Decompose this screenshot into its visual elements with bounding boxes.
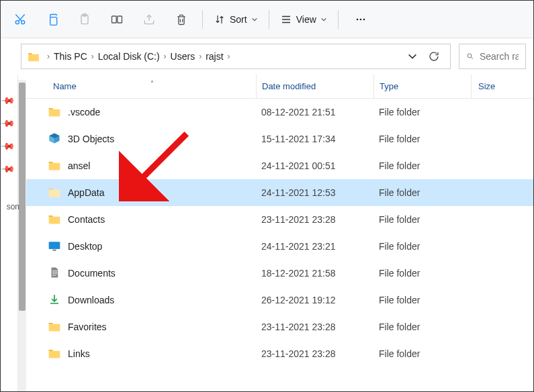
delete-button[interactable]: [166, 6, 197, 33]
file-type: File folder: [373, 160, 471, 171]
file-icon: [48, 213, 61, 227]
file-date: 15-11-2021 17:34: [256, 134, 373, 144]
svg-point-0: [15, 20, 19, 23]
file-name-cell: .vscode: [48, 105, 256, 119]
file-date: 08-12-2021 21:51: [256, 107, 373, 117]
column-headers: ˄ Name Date modified Type Size: [26, 75, 533, 99]
svg-rect-6: [118, 16, 122, 23]
chevron-right-icon[interactable]: ›: [163, 52, 168, 61]
column-type[interactable]: Type: [373, 75, 471, 98]
file-name: Links: [68, 348, 90, 359]
crumb-users[interactable]: Users: [168, 51, 198, 62]
file-name-cell: Favorites: [48, 320, 256, 334]
file-row[interactable]: Documents18-12-2021 21:58File folder: [26, 260, 533, 287]
file-name: Favorites: [68, 322, 107, 332]
file-name: 3D Objects: [68, 134, 114, 144]
refresh-button[interactable]: [423, 50, 445, 62]
nav-sidebar[interactable]: 📌 📌 📌 📌 son: [1, 75, 18, 391]
file-type: File folder: [373, 348, 471, 359]
file-date: 24-11-2021 00:51: [256, 160, 373, 171]
file-name: Downloads: [68, 295, 114, 305]
file-type: File folder: [373, 214, 471, 225]
breadcrumb-bar[interactable]: › This PC › Local Disk (C:) › Users › ra…: [21, 44, 451, 69]
chevron-right-icon[interactable]: ›: [226, 52, 232, 61]
sort-indicator: ˄: [150, 80, 154, 87]
svg-point-7: [356, 18, 358, 20]
crumb-this-pc[interactable]: This PC: [51, 51, 90, 62]
crumb-current[interactable]: rajst: [203, 51, 226, 62]
pin-icon: 📌: [0, 92, 15, 107]
file-row[interactable]: Links23-11-2021 23:28File folder: [26, 340, 533, 367]
pin-icon: 📌: [0, 160, 15, 176]
separator: [202, 10, 203, 29]
svg-rect-2: [50, 17, 57, 25]
paste-button[interactable]: [69, 6, 100, 33]
file-icon: [48, 105, 61, 119]
file-name: AppData: [68, 187, 104, 198]
file-icon: [48, 320, 61, 334]
file-row[interactable]: 3D Objects15-11-2021 17:34File folder: [26, 126, 533, 152]
search-input[interactable]: [480, 51, 519, 62]
file-row[interactable]: Contacts23-11-2021 23:28File folder: [26, 206, 533, 233]
more-button[interactable]: [344, 6, 377, 33]
file-name: Desktop: [68, 241, 102, 252]
view-dropdown[interactable]: View: [275, 6, 332, 33]
share-button[interactable]: [134, 6, 165, 33]
file-icon: [48, 186, 61, 200]
pin-icon: 📌: [0, 138, 15, 153]
separator: [269, 10, 269, 29]
sort-label: Sort: [230, 14, 247, 25]
rename-button[interactable]: [101, 6, 132, 33]
file-row[interactable]: Desktop24-11-2021 23:21File folder: [26, 233, 533, 260]
file-icon: [48, 293, 61, 307]
file-icon: [48, 132, 61, 146]
file-type: File folder: [373, 134, 471, 144]
column-name[interactable]: ˄ Name: [48, 81, 256, 91]
file-row[interactable]: Favorites23-11-2021 23:28File folder: [26, 313, 533, 340]
file-date: 18-12-2021 21:58: [256, 268, 373, 279]
file-row[interactable]: .vscode08-12-2021 21:51File folder: [26, 99, 533, 126]
sort-icon: [214, 13, 226, 26]
file-name-cell: 3D Objects: [48, 132, 256, 146]
file-date: 24-11-2021 23:21: [256, 241, 373, 252]
address-row: › This PC › Local Disk (C:) › Users › ra…: [1, 38, 533, 75]
file-type: File folder: [373, 295, 471, 305]
search-box[interactable]: [459, 44, 526, 69]
copy-button[interactable]: [37, 6, 68, 33]
file-type: File folder: [373, 322, 471, 332]
svg-rect-12: [53, 249, 56, 250]
history-dropdown[interactable]: [402, 51, 423, 62]
view-icon: [280, 13, 292, 26]
nav-scrollbar[interactable]: [18, 80, 26, 391]
folder-icon: [27, 51, 40, 62]
file-date: 23-11-2021 23:28: [256, 348, 373, 359]
file-list-pane: ˄ Name Date modified Type Size .vscode08…: [26, 75, 533, 391]
file-name: Contacts: [68, 214, 105, 225]
sort-dropdown[interactable]: Sort: [208, 6, 263, 33]
column-size[interactable]: Size: [471, 75, 500, 98]
file-row[interactable]: AppData24-11-2021 12:53File folder: [26, 179, 533, 206]
separator: [338, 10, 339, 29]
file-row[interactable]: Downloads26-12-2021 19:12File folder: [26, 287, 533, 313]
file-type: File folder: [373, 187, 471, 198]
column-date[interactable]: Date modified: [256, 75, 373, 98]
file-type: File folder: [373, 241, 471, 252]
cut-button[interactable]: [5, 6, 36, 33]
file-name-cell: AppData: [48, 186, 256, 200]
file-row[interactable]: ansel24-11-2021 00:51File folder: [26, 152, 533, 179]
view-label: View: [296, 14, 316, 25]
svg-point-1: [21, 20, 25, 23]
svg-point-10: [468, 54, 472, 58]
file-name: Documents: [68, 268, 116, 279]
chevron-right-icon[interactable]: ›: [197, 52, 203, 61]
file-date: 23-11-2021 23:28: [256, 214, 373, 225]
scrollbar-thumb[interactable]: [19, 83, 26, 311]
pin-icon: 📌: [0, 115, 15, 130]
chevron-right-icon[interactable]: ›: [90, 52, 95, 61]
crumb-local-disk[interactable]: Local Disk (C:): [95, 51, 163, 62]
chevron-right-icon[interactable]: ›: [46, 52, 51, 61]
file-date: 23-11-2021 23:28: [256, 322, 373, 332]
file-icon: [48, 347, 61, 361]
content-area: 📌 📌 📌 📌 son ˄ Name Date modified Type Si…: [1, 75, 533, 391]
chevron-down-icon: [320, 16, 327, 23]
